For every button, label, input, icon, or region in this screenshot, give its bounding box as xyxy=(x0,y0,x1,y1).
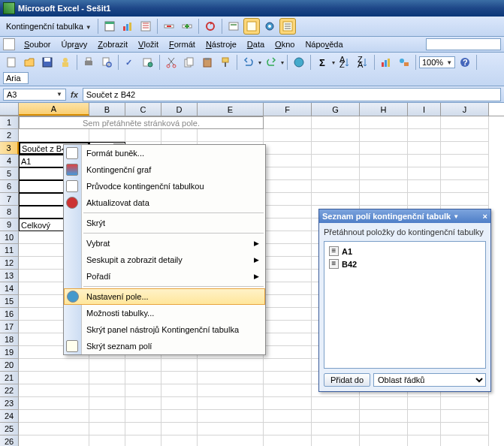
cell-F9[interactable] xyxy=(264,218,312,231)
new-icon[interactable] xyxy=(3,54,20,71)
row-header-26[interactable]: 26 xyxy=(0,435,19,446)
col-header-B[interactable]: B xyxy=(89,103,125,116)
cell-B20[interactable] xyxy=(89,359,125,372)
close-icon[interactable]: × xyxy=(483,212,487,221)
cell-F2[interactable] xyxy=(264,129,312,142)
cm-hide[interactable]: Skrýt xyxy=(64,215,265,231)
row-header-7[interactable]: 7 xyxy=(0,193,19,206)
sort-asc-icon[interactable]: AZ xyxy=(337,54,353,71)
cell-F1[interactable] xyxy=(264,116,312,129)
include-hidden-icon[interactable] xyxy=(225,18,242,35)
row-header-25[interactable]: 25 xyxy=(0,423,19,435)
cell-D20[interactable] xyxy=(161,359,198,372)
cell-I1[interactable] xyxy=(408,116,441,129)
cell-G23[interactable] xyxy=(312,397,360,410)
control-icon[interactable] xyxy=(3,38,15,50)
cell-C20[interactable] xyxy=(125,359,161,372)
cell-E24[interactable] xyxy=(198,410,264,423)
cm-refresh[interactable]: Aktualizovat data xyxy=(64,194,265,211)
row-header-15[interactable]: 15 xyxy=(0,295,19,308)
cell-E22[interactable] xyxy=(198,384,264,397)
cm-table-options[interactable]: Možnosti tabulky... xyxy=(64,305,265,321)
cell-F12[interactable] xyxy=(264,257,312,270)
cell-J2[interactable] xyxy=(441,129,489,142)
research-icon[interactable] xyxy=(140,54,156,71)
redo-icon[interactable] xyxy=(263,54,279,71)
menu-soubor[interactable]: Soubor xyxy=(20,38,55,50)
cm-group-details[interactable]: Seskupit a zobrazit detaily▶ xyxy=(64,252,265,268)
cell-F16[interactable] xyxy=(264,308,312,321)
cell-F17[interactable] xyxy=(264,321,312,333)
show-detail-icon[interactable] xyxy=(179,18,195,35)
cell-C2[interactable] xyxy=(125,129,161,142)
col-header-J[interactable]: J xyxy=(441,103,489,116)
menu-okno[interactable]: Okno xyxy=(270,38,299,50)
undo-icon[interactable] xyxy=(240,54,257,71)
row-header-4[interactable]: 4 xyxy=(0,155,19,167)
font-combo[interactable]: Aria xyxy=(3,72,29,84)
menu-zobrazit[interactable]: Zobrazit xyxy=(93,38,132,50)
cell-G4[interactable] xyxy=(312,155,360,167)
cell-C26[interactable] xyxy=(125,435,161,446)
cell-E21[interactable] xyxy=(198,372,264,384)
col-header-C[interactable]: C xyxy=(125,103,161,116)
row-header-1[interactable]: 1 xyxy=(0,116,19,129)
cell-F23[interactable] xyxy=(264,397,312,410)
cell-F5[interactable] xyxy=(264,167,312,180)
cell-I4[interactable] xyxy=(408,155,441,167)
cell-C23[interactable] xyxy=(125,397,161,410)
cell-I6[interactable] xyxy=(408,180,441,193)
col-header-G[interactable]: G xyxy=(312,103,360,116)
row-header-20[interactable]: 20 xyxy=(0,359,19,372)
field-item-a1[interactable]: ≡A1 xyxy=(327,245,482,258)
menu-napoveda[interactable]: Nápověda xyxy=(300,38,347,50)
cell-D25[interactable] xyxy=(161,423,198,435)
row-header-10[interactable]: 10 xyxy=(0,231,19,244)
cell-I7[interactable] xyxy=(408,193,441,206)
row-header-23[interactable]: 23 xyxy=(0,397,19,410)
row-header-21[interactable]: 21 xyxy=(0,372,19,384)
cell-G26[interactable] xyxy=(312,435,360,446)
cell-G2[interactable] xyxy=(312,129,360,142)
cell-F8[interactable] xyxy=(264,206,312,218)
pivot-menu-button[interactable]: Kontingenční tabulka ▼ xyxy=(3,22,95,31)
always-display-icon[interactable] xyxy=(243,18,260,35)
cell-J24[interactable] xyxy=(441,410,489,423)
cm-pivot-chart[interactable]: Kontingenční graf xyxy=(64,161,265,178)
open-icon[interactable] xyxy=(21,54,38,71)
row-header-19[interactable]: 19 xyxy=(0,346,19,359)
cell-G5[interactable] xyxy=(312,167,360,180)
cell-G25[interactable] xyxy=(312,423,360,435)
cell-I5[interactable] xyxy=(408,167,441,180)
cell-A23[interactable] xyxy=(19,397,89,410)
cell-B24[interactable] xyxy=(89,410,125,423)
col-header-A[interactable]: A xyxy=(19,103,89,116)
field-settings-icon[interactable] xyxy=(261,18,278,35)
cell-I23[interactable] xyxy=(408,397,441,410)
cell-B21[interactable] xyxy=(89,372,125,384)
panel-dropdown-icon[interactable]: ▼ xyxy=(453,213,460,220)
cell-H25[interactable] xyxy=(360,423,408,435)
cell-E25[interactable] xyxy=(198,423,264,435)
row-header-17[interactable]: 17 xyxy=(0,321,19,333)
field-item-b42[interactable]: ≡B42 xyxy=(327,258,482,270)
cell-E23[interactable] xyxy=(198,397,264,410)
row-header-13[interactable]: 13 xyxy=(0,270,19,282)
cell-G7[interactable] xyxy=(312,193,360,206)
row-header-24[interactable]: 24 xyxy=(0,410,19,423)
cell-E26[interactable] xyxy=(198,435,264,446)
cell-F24[interactable] xyxy=(264,410,312,423)
help-icon[interactable]: ? xyxy=(457,54,473,71)
help-search-input[interactable] xyxy=(426,38,501,50)
cell-H26[interactable] xyxy=(360,435,408,446)
cell-F22[interactable] xyxy=(264,384,312,397)
cell-H4[interactable] xyxy=(360,155,408,167)
cell-A25[interactable] xyxy=(19,423,89,435)
cell-D26[interactable] xyxy=(161,435,198,446)
sort-desc-icon[interactable]: ZA xyxy=(355,54,371,71)
cell-F3[interactable] xyxy=(264,142,312,155)
area-select[interactable]: Oblast řádků xyxy=(373,373,486,387)
cm-order[interactable]: Pořadí▶ xyxy=(64,268,265,285)
zoom-combo[interactable]: 100%▼ xyxy=(419,56,455,68)
autosum-icon[interactable]: Σ xyxy=(314,54,330,71)
